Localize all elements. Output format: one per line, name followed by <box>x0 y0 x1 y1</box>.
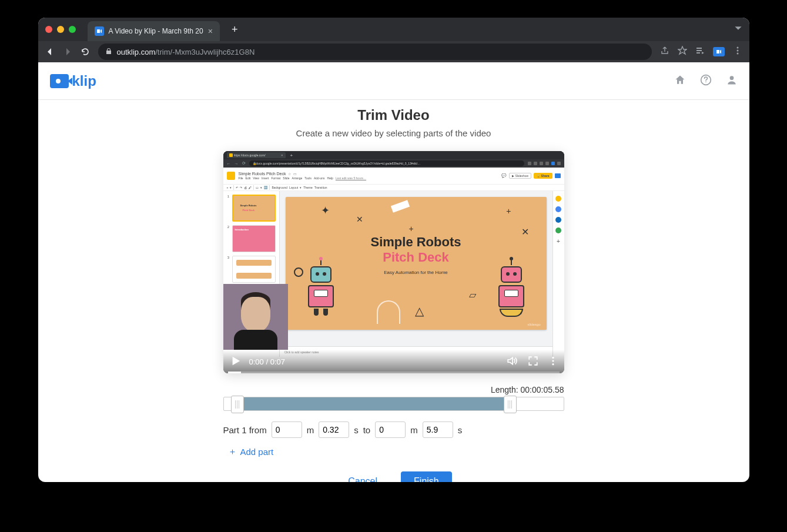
add-part-link[interactable]: ＋Add part <box>228 446 274 457</box>
to-label: to <box>363 425 371 435</box>
bookmark-icon[interactable] <box>678 46 687 58</box>
slides-logo-icon <box>227 172 235 180</box>
fullscreen-icon[interactable] <box>528 356 538 368</box>
recorded-reload-icon: ⟳ <box>242 161 246 166</box>
svg-point-4 <box>729 76 734 80</box>
svg-point-6 <box>552 360 554 362</box>
video-controls: 0:00 / 0:07 <box>223 350 564 373</box>
main-slide: ✦ ✕ + + ✕ △ ▱ Simple Robots <box>286 197 547 330</box>
recorded-doc-title: Simple Robots Pitch Deck <box>239 172 286 176</box>
recorded-forward-icon: → <box>235 162 239 166</box>
slide-canvas: ✦ ✕ + + ✕ △ ▱ Simple Robots <box>280 191 552 357</box>
finish-button[interactable]: Finish <box>401 471 452 482</box>
from-minutes-input[interactable] <box>272 421 302 438</box>
reload-button[interactable] <box>81 47 90 56</box>
slide-title-2: Pitch Deck <box>286 250 547 265</box>
app-header: klip <box>38 62 749 100</box>
webcam-overlay <box>223 284 288 350</box>
recorded-doc-menu: FileEditViewInsertFormatSlideArrangeTool… <box>239 176 367 180</box>
toolbar-actions <box>660 46 742 58</box>
extension-klip-icon[interactable] <box>713 47 725 56</box>
trim-slider[interactable] <box>223 397 564 411</box>
app-logo[interactable]: klip <box>50 73 96 89</box>
slide-watermark: slidesgo <box>527 323 540 326</box>
recorded-doc-toolbar: +▾↶↷🖨🖌▭▾🔤 BackgroundLayout▾ThemeTransiti… <box>223 184 564 191</box>
record-icon <box>555 173 561 178</box>
browser-tabstrip: A Video by Klip - March 9th 20 × + <box>38 18 749 41</box>
trim-handle-end[interactable] <box>504 396 517 413</box>
move-icon: ▭ <box>293 172 297 176</box>
browser-menu-icon[interactable] <box>733 46 742 58</box>
minimize-window-button[interactable] <box>57 26 64 33</box>
volume-icon[interactable] <box>507 356 517 368</box>
video-menu-icon[interactable] <box>549 356 557 368</box>
comment-icon: 💬 <box>501 173 507 178</box>
share-icon[interactable] <box>660 46 669 58</box>
playlist-icon[interactable] <box>695 46 705 58</box>
address-bar[interactable]: outklip.com/trim/-Mxm3uJvwIijhc6z1G8N <box>98 44 652 60</box>
recorded-new-tab-icon: + <box>290 153 293 158</box>
play-button[interactable] <box>230 356 241 368</box>
recorded-tab-close-icon: × <box>281 153 283 157</box>
tab-title: A Video by Klip - March 9th 20 <box>109 27 203 35</box>
user-icon[interactable] <box>726 74 738 88</box>
tab-close-icon[interactable]: × <box>208 26 213 36</box>
video-progress[interactable] <box>228 372 560 373</box>
part-label: Part 1 from <box>223 425 267 435</box>
new-tab-button[interactable]: + <box>225 24 245 36</box>
cancel-button[interactable]: Cancel <box>335 471 390 482</box>
trim-range <box>243 397 505 410</box>
home-icon[interactable] <box>674 74 686 88</box>
browser-tab[interactable]: A Video by Klip - March 9th 20 × <box>88 21 220 41</box>
logo-icon <box>50 74 69 88</box>
thumbnail-1: Simple RobotsPitch Deck <box>232 195 276 222</box>
star-icon: ☆ <box>288 172 291 176</box>
thumbnail-3 <box>232 256 276 283</box>
video-time: 0:00 / 0:07 <box>249 357 285 366</box>
back-button[interactable] <box>45 47 55 56</box>
side-keep-icon <box>555 206 561 212</box>
side-tasks-icon <box>555 217 561 223</box>
tabs-dropdown-icon[interactable] <box>734 24 742 35</box>
video-frame[interactable]: https://docs.google.com/ × + ← → ⟳ 🔒 doc… <box>223 151 564 373</box>
robot-illustration-right <box>494 266 529 319</box>
recorded-url: 🔒 docs.google.com/presentation/d/1y7L5B2… <box>249 160 524 166</box>
recorded-tabstrip: https://docs.google.com/ × + <box>223 151 564 159</box>
svg-point-0 <box>736 47 738 49</box>
part-row: Part 1 from m s to m s <box>223 421 564 438</box>
unit-m-1: m <box>307 425 314 435</box>
recorded-favicon <box>229 153 233 157</box>
from-seconds-input[interactable] <box>319 421 349 438</box>
lock-icon <box>105 48 112 56</box>
side-maps-icon <box>555 227 561 233</box>
share-button: 🔒 Share <box>534 173 552 179</box>
recorded-urlbar: ← → ⟳ 🔒 docs.google.com/presentation/d/1… <box>223 159 564 168</box>
unit-s-2: s <box>458 425 463 435</box>
length-label: Length: 00:00:05.58 <box>223 385 564 394</box>
tab-favicon <box>95 26 104 36</box>
slideshow-button: ▶ Slideshow <box>509 173 531 179</box>
to-seconds-input[interactable] <box>423 421 453 438</box>
maximize-window-button[interactable] <box>69 26 76 33</box>
trim-handle-start[interactable] <box>231 396 244 413</box>
side-add-icon: + <box>555 238 561 244</box>
recorded-tab: https://docs.google.com/ × <box>227 152 286 158</box>
logo-text: klip <box>72 73 96 89</box>
recorded-back-icon: ← <box>227 162 231 166</box>
forward-button[interactable] <box>63 47 72 56</box>
unit-s-1: s <box>354 425 359 435</box>
recorded-tab-title: https://docs.google.com/ <box>234 153 266 157</box>
to-minutes-input[interactable] <box>375 421 406 438</box>
page-title: Trim Video <box>38 107 749 123</box>
url-text: outklip.com/trim/-Mxm3uJvwIijhc6z1G8N <box>117 48 255 56</box>
video-player: https://docs.google.com/ × + ← → ⟳ 🔒 doc… <box>223 151 564 373</box>
plus-icon: ＋ <box>228 446 237 457</box>
svg-point-7 <box>552 363 554 365</box>
close-window-button[interactable] <box>45 26 52 33</box>
thumbnail-2: Introduction <box>232 225 276 252</box>
window-controls <box>45 26 76 33</box>
side-calendar-icon <box>555 196 561 202</box>
browser-window: A Video by Klip - March 9th 20 × + outkl… <box>38 18 749 482</box>
help-icon[interactable] <box>700 74 712 88</box>
svg-point-2 <box>736 53 738 55</box>
